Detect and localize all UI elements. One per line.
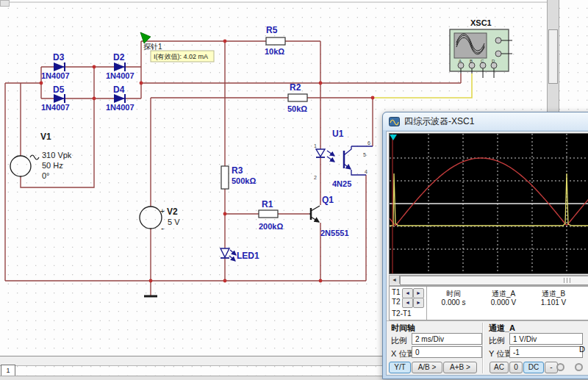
oscilloscope-window-icon [389,117,400,126]
xsc1-label: XSC1 [470,18,492,27]
component-d3[interactable]: D3 1N4007 [41,52,70,80]
v1-phase: 0° [42,171,50,180]
instrument-xsc1[interactable]: XSC1 A B C D [450,18,512,78]
dc-coupling-button[interactable]: DC [523,362,544,373]
oscilloscope-window[interactable]: 四综示波器-XSC1 ◄ T1 ◄ ► T2 ◄ ► T2-T1 时间 [382,112,588,379]
channel-a-ypos-input[interactable] [509,346,583,358]
trace-channel-yellow [390,173,588,226]
junction-dots [40,40,375,283]
v1-frequency: 50 Hz [42,161,63,170]
d2-ref: D2 [113,52,125,62]
component-r3[interactable]: R3 500kΩ [221,165,256,189]
scroll-grip [570,278,570,283]
t1-channel-b-value: 1.101 V [528,298,579,306]
column-channel-b: 通道_B [528,289,579,299]
component-r5[interactable]: R5 10kΩ [265,25,285,56]
a-plus-b-mode-button[interactable]: A+B > [443,362,477,373]
timebase-xpos-input[interactable] [412,346,482,358]
timebase-title: 时间轴 [391,323,415,334]
column-channel-a: 通道_A [478,289,529,299]
ab-mode-button[interactable]: A/B > [412,362,442,373]
column-channel-c: 通道_C [578,289,588,299]
channel-a-title: 通道_A [489,323,515,334]
channel-a-scale-label: 比例 [489,335,505,346]
t2-right-button[interactable]: ► [413,298,424,308]
d5-ref: D5 [53,85,65,95]
d3-value: 1N4007 [41,71,70,80]
plot-scroll-thumb[interactable] [400,276,588,285]
vscroll-thumb[interactable] [548,29,558,84]
oscilloscope-controls: 时间轴 比例 X 位置 Y/T A/B > A+B > 通道_A 比例 Y 位置… [387,320,588,375]
r3-ref: R3 [232,165,243,176]
u1-ref: U1 [332,129,344,139]
cursor-controls: T1 ◄ ► T2 ◄ ► T2-T1 [390,287,427,320]
u1-pin6: 6 [368,140,370,146]
t1-left-button[interactable]: ◄ [402,288,413,298]
probe-value: I(有效值): 4.02 mA [154,53,208,60]
d4-value: 1N4007 [106,103,135,112]
r3-value: 500kΩ [232,176,256,185]
v2-minus-sign: - [161,223,164,234]
column-time: 时间 [428,289,479,299]
scroll-grip [564,278,564,283]
u1-pin4: 4 [365,169,368,174]
d5-value: 1N4007 [41,103,70,112]
component-d2[interactable]: D2 1N4007 [106,52,135,80]
r5-ref: R5 [266,25,278,35]
t1-channel-a-value: 0.000 V [478,298,529,306]
timebase-scale-label: 比例 [391,335,407,346]
u1-pin1: 1 [314,143,317,148]
v2-plus-sign: + [160,207,165,215]
t2-t1-label: T2-T1 [392,309,412,318]
component-u1[interactable]: U1 4N25 1 2 6 5 4 [314,129,373,188]
r1-value: 200kΩ [259,222,283,231]
trigger-radio-1[interactable] [556,363,564,371]
t1-time-value: 0.000 s [428,298,479,306]
component-r2[interactable]: R2 50kΩ [287,82,307,113]
cursor-readout-panel: T1 ◄ ► T2 ◄ ► T2-T1 时间 通道_A 通道_B 通道_C 0.… [389,286,588,320]
component-v2[interactable]: + V2 5 V - [140,207,180,234]
component-v1[interactable]: V1 310 Vpk 50 Hz 0° [10,132,72,180]
yt-mode-button[interactable]: Y/T [389,362,411,373]
timebase-scale-input[interactable] [412,333,482,345]
d2-value: 1N4007 [106,71,135,80]
wire-yellow-channel-b [373,74,472,98]
oscilloscope-client-area: ◄ T1 ◄ ► T2 ◄ ► T2-T1 时间 通道_A 通道_B 通道_C … [386,131,588,376]
trace-channel-red [390,158,588,226]
oscilloscope-traces [390,134,588,273]
t1-label: T1 [392,288,401,296]
zero-coupling-button[interactable]: 0 [509,362,523,373]
r5-value: 10kΩ [265,47,284,56]
controls-divider [482,323,484,373]
t2-label: T2 [392,298,401,306]
led1-ref: LED1 [237,251,259,261]
measurement-probe[interactable]: 探针1 I(有效值): 4.02 mA [140,32,214,62]
trigger-section-fragment: D [579,345,585,354]
u1-value: 4N25 [332,179,351,188]
r1-ref: R1 [262,199,273,209]
trigger-radio-2[interactable] [575,363,583,371]
r2-value: 50kΩ [287,104,307,113]
plot-scroll-left-button[interactable]: ◄ [390,276,400,284]
ac-coupling-button[interactable]: AC [490,362,509,373]
t1-cursor-marker[interactable] [390,135,397,140]
v1-amplitude: 310 Vpk [42,151,72,159]
t1-right-button[interactable]: ► [413,288,424,298]
plot-horizontal-scrollbar[interactable]: ◄ [389,275,588,286]
channel-a-scale-input[interactable] [509,333,583,345]
r2-ref: R2 [290,82,301,93]
q1-value: 2N5551 [320,229,349,237]
component-r1[interactable]: R1 200kΩ [259,199,283,231]
v2-value: 5 V [168,218,180,226]
design-tab[interactable]: 1 [1,365,15,376]
u1-pin5: 5 [363,152,366,157]
canvas-vertical-scrollbar[interactable] [547,0,559,112]
probe-label: 探针1 [143,43,162,51]
oscilloscope-titlebar[interactable]: 四综示波器-XSC1 [383,112,588,130]
t2-left-button[interactable]: ◄ [402,298,413,308]
component-led1[interactable]: LED1 [220,248,259,261]
component-q1[interactable]: Q1 2N5551 [309,195,349,237]
oscilloscope-plot[interactable] [389,133,588,274]
q1-ref: Q1 [322,195,334,205]
d4-ref: D4 [113,85,125,95]
